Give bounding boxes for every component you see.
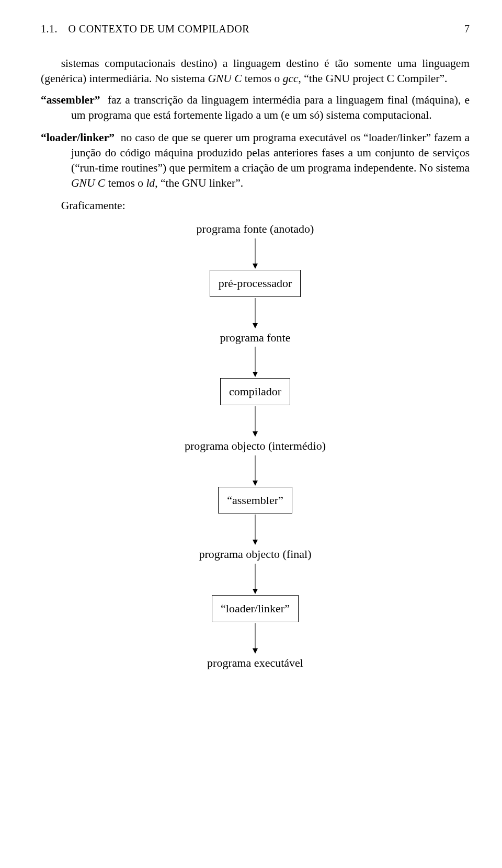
arrow-down-icon — [252, 238, 259, 269]
intro-text-3: , “the GNU project C Compiler”. — [299, 72, 448, 85]
intro-emph-gnu: GNU C — [208, 72, 242, 85]
flow-node-source-annotated: programa fonte (anotado) — [197, 221, 314, 237]
loader-body-2: temos o — [105, 177, 146, 189]
svg-marker-3 — [253, 323, 258, 328]
flow-box-compiler: compilador — [220, 378, 290, 405]
arrow-down-icon — [252, 455, 259, 486]
assembler-body: faz a transcrição da linguagem intermédi… — [71, 94, 470, 121]
arrow-down-icon — [252, 623, 259, 654]
loader-body-3: , “the GNU linker”. — [155, 177, 243, 189]
loader-emph-ld: ld — [146, 177, 155, 189]
page-number: 7 — [464, 22, 470, 36]
flow-box-loader: “loader/linker” — [212, 595, 299, 622]
flow-node-executable: programa executável — [207, 655, 303, 671]
flow-node-source: programa fonte — [220, 330, 291, 346]
flow-node-object-intermediate: programa objecto (intermédio) — [185, 438, 326, 454]
arrow-down-icon — [252, 515, 259, 545]
intro-text-2: temos o — [242, 72, 282, 85]
running-head: 1.1. O CONTEXTO DE UM COMPILADOR — [41, 22, 249, 36]
svg-marker-7 — [253, 431, 258, 437]
arrow-down-icon — [252, 298, 259, 328]
svg-marker-15 — [253, 648, 258, 654]
flow-node-object-final: programa objecto (final) — [199, 546, 311, 562]
svg-marker-1 — [253, 264, 258, 269]
intro-paragraph: sistemas computacionais destino) a lingu… — [41, 56, 470, 86]
assembler-paragraph: assembler faz a transcrição da linguagem… — [41, 93, 470, 123]
flow-diagram: programa fonte (anotado) pré-processador… — [41, 220, 470, 672]
svg-marker-11 — [253, 540, 258, 545]
graficamente-label: Graficamente: — [41, 198, 470, 213]
arrow-down-icon — [252, 347, 259, 377]
assembler-term: assembler — [41, 94, 100, 106]
svg-marker-5 — [253, 372, 258, 377]
svg-marker-9 — [253, 481, 258, 486]
loader-paragraph: loader/linker no caso de que se querer u… — [41, 130, 470, 191]
page-header: 1.1. O CONTEXTO DE UM COMPILADOR 7 — [41, 22, 470, 36]
loader-body-1: no caso de que se querer um programa exe… — [71, 131, 470, 174]
svg-marker-13 — [253, 589, 258, 594]
intro-emph-gcc: gcc — [283, 72, 299, 85]
arrow-down-icon — [252, 406, 259, 437]
flow-box-assembler: “assembler” — [218, 487, 292, 514]
loader-emph-gnu: GNU C — [71, 177, 105, 189]
flow-box-preprocessor: pré-processador — [210, 270, 301, 297]
loader-term: loader/linker — [41, 131, 115, 144]
arrow-down-icon — [252, 564, 259, 594]
